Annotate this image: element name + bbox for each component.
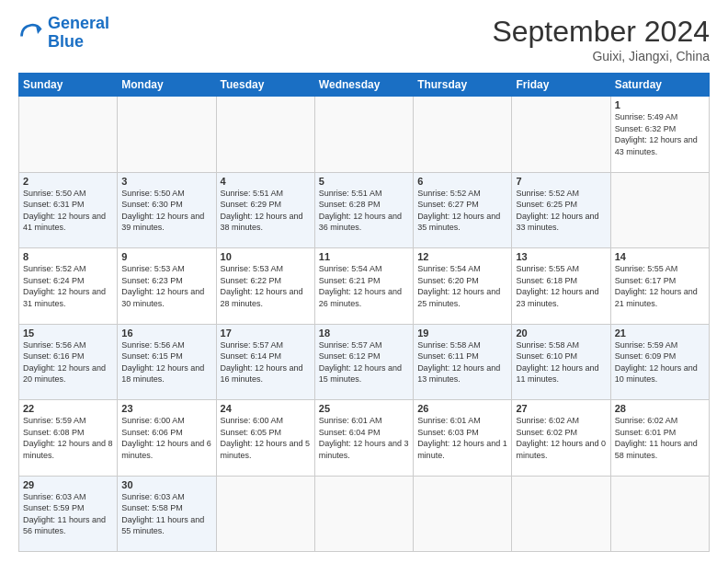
day-info: Sunrise: 6:02 AMSunset: 6:02 PMDaylight:… [516, 416, 606, 460]
logo-text: General Blue [48, 15, 109, 52]
empty-cell [19, 97, 118, 173]
calendar-table: SundayMondayTuesdayWednesdayThursdayFrid… [18, 73, 710, 552]
day-num: 24 [221, 403, 311, 414]
day-cell-16: 16Sunrise: 5:56 AMSunset: 6:15 PMDayligh… [118, 324, 216, 400]
day-info: Sunrise: 6:02 AMSunset: 6:01 PMDaylight:… [615, 416, 698, 460]
day-num: 14 [615, 251, 705, 262]
day-num: 22 [23, 403, 113, 414]
col-header-monday: Monday [118, 74, 216, 97]
day-info: Sunrise: 6:03 AMSunset: 5:58 PMDaylight:… [121, 492, 204, 536]
day-cell-11: 11Sunrise: 5:54 AMSunset: 6:21 PMDayligh… [314, 248, 413, 325]
day-cell-13: 13Sunrise: 5:55 AMSunset: 6:18 PMDayligh… [512, 248, 610, 325]
day-cell-8: 8Sunrise: 5:52 AMSunset: 6:24 PMDaylight… [19, 248, 118, 325]
day-cell-28: 28Sunrise: 6:02 AMSunset: 6:01 PMDayligh… [610, 400, 709, 477]
day-num: 18 [319, 327, 409, 339]
day-num: 26 [417, 403, 507, 414]
empty-cell [414, 97, 512, 173]
day-cell-25: 25Sunrise: 6:01 AMSunset: 6:04 PMDayligh… [314, 400, 413, 477]
day-num: 19 [417, 327, 507, 339]
day-cell-10: 10Sunrise: 5:53 AMSunset: 6:22 PMDayligh… [216, 248, 314, 325]
day-num: 17 [221, 327, 311, 339]
day-num: 4 [221, 176, 311, 187]
day-num: 6 [417, 176, 507, 187]
day-info: Sunrise: 5:57 AMSunset: 6:12 PMDaylight:… [319, 340, 402, 385]
day-cell-15: 15Sunrise: 5:56 AMSunset: 6:16 PMDayligh… [19, 324, 118, 400]
day-num: 9 [121, 251, 211, 262]
logo-blue: Blue [48, 32, 84, 51]
day-cell-2: 2Sunrise: 5:50 AMSunset: 6:31 PMDaylight… [19, 172, 118, 248]
day-cell-1: 1Sunrise: 5:49 AMSunset: 6:32 PMDaylight… [610, 97, 709, 173]
day-info: Sunrise: 5:52 AMSunset: 6:27 PMDaylight:… [417, 189, 500, 233]
day-cell-9: 9Sunrise: 5:53 AMSunset: 6:23 PMDaylight… [118, 248, 216, 325]
empty-cell [512, 476, 610, 552]
day-cell-22: 22Sunrise: 5:59 AMSunset: 6:08 PMDayligh… [19, 400, 118, 477]
empty-cell [216, 97, 314, 173]
day-num: 15 [23, 327, 113, 339]
day-cell-4: 4Sunrise: 5:51 AMSunset: 6:29 PMDaylight… [216, 172, 314, 248]
col-header-tuesday: Tuesday [216, 74, 314, 97]
day-info: Sunrise: 5:54 AMSunset: 6:21 PMDaylight:… [319, 264, 402, 308]
empty-cell [512, 97, 610, 173]
day-num: 1 [615, 99, 705, 110]
day-info: Sunrise: 6:01 AMSunset: 6:03 PMDaylight:… [417, 416, 507, 460]
day-info: Sunrise: 5:54 AMSunset: 6:20 PMDaylight:… [417, 264, 500, 308]
empty-cell [216, 476, 314, 552]
col-header-thursday: Thursday [414, 74, 512, 97]
logo-icon [18, 20, 44, 46]
day-cell-5: 5Sunrise: 5:51 AMSunset: 6:28 PMDaylight… [314, 172, 413, 248]
day-cell-17: 17Sunrise: 5:57 AMSunset: 6:14 PMDayligh… [216, 324, 314, 400]
day-num: 2 [23, 176, 113, 187]
day-num: 11 [319, 251, 409, 262]
day-info: Sunrise: 5:59 AMSunset: 6:09 PMDaylight:… [615, 340, 698, 385]
day-info: Sunrise: 5:58 AMSunset: 6:11 PMDaylight:… [417, 340, 500, 385]
empty-cell [610, 172, 709, 248]
location-subtitle: Guixi, Jiangxi, China [492, 49, 710, 63]
col-header-saturday: Saturday [610, 74, 709, 97]
day-num: 13 [516, 251, 606, 262]
page: General Blue September 2024 Guixi, Jiang… [0, 0, 728, 563]
day-num: 20 [516, 327, 606, 339]
day-num: 8 [23, 251, 113, 262]
day-info: Sunrise: 5:55 AMSunset: 6:17 PMDaylight:… [615, 264, 698, 308]
day-cell-26: 26Sunrise: 6:01 AMSunset: 6:03 PMDayligh… [414, 400, 512, 477]
day-num: 5 [319, 176, 409, 187]
day-info: Sunrise: 5:53 AMSunset: 6:22 PMDaylight:… [221, 264, 303, 308]
day-info: Sunrise: 5:56 AMSunset: 6:15 PMDaylight:… [121, 340, 204, 385]
empty-cell [414, 476, 512, 552]
day-info: Sunrise: 5:51 AMSunset: 6:29 PMDaylight:… [221, 189, 303, 233]
day-cell-3: 3Sunrise: 5:50 AMSunset: 6:30 PMDaylight… [118, 172, 216, 248]
day-info: Sunrise: 5:50 AMSunset: 6:30 PMDaylight:… [121, 189, 204, 233]
day-cell-24: 24Sunrise: 6:00 AMSunset: 6:05 PMDayligh… [216, 400, 314, 477]
day-cell-20: 20Sunrise: 5:58 AMSunset: 6:10 PMDayligh… [512, 324, 610, 400]
day-cell-7: 7Sunrise: 5:52 AMSunset: 6:25 PMDaylight… [512, 172, 610, 248]
day-info: Sunrise: 5:52 AMSunset: 6:24 PMDaylight:… [23, 264, 106, 308]
empty-cell [314, 97, 413, 173]
day-cell-12: 12Sunrise: 5:54 AMSunset: 6:20 PMDayligh… [414, 248, 512, 325]
day-num: 25 [319, 403, 409, 414]
day-cell-19: 19Sunrise: 5:58 AMSunset: 6:11 PMDayligh… [414, 324, 512, 400]
day-num: 28 [615, 403, 705, 414]
day-num: 7 [516, 176, 606, 187]
col-header-friday: Friday [512, 74, 610, 97]
day-cell-6: 6Sunrise: 5:52 AMSunset: 6:27 PMDaylight… [414, 172, 512, 248]
day-num: 12 [417, 251, 507, 262]
day-info: Sunrise: 5:52 AMSunset: 6:25 PMDaylight:… [516, 189, 598, 233]
day-info: Sunrise: 5:59 AMSunset: 6:08 PMDaylight:… [23, 416, 113, 460]
day-cell-18: 18Sunrise: 5:57 AMSunset: 6:12 PMDayligh… [314, 324, 413, 400]
day-num: 23 [121, 403, 211, 414]
day-info: Sunrise: 5:51 AMSunset: 6:28 PMDaylight:… [319, 189, 402, 233]
day-info: Sunrise: 5:50 AMSunset: 6:31 PMDaylight:… [23, 189, 106, 233]
day-cell-23: 23Sunrise: 6:00 AMSunset: 6:06 PMDayligh… [118, 400, 216, 477]
day-info: Sunrise: 5:56 AMSunset: 6:16 PMDaylight:… [23, 340, 106, 385]
day-num: 30 [121, 479, 211, 490]
empty-cell [118, 97, 216, 173]
day-info: Sunrise: 6:03 AMSunset: 5:59 PMDaylight:… [23, 492, 106, 536]
col-header-wednesday: Wednesday [314, 74, 413, 97]
title-block: September 2024 Guixi, Jiangxi, China [492, 15, 710, 63]
day-num: 10 [221, 251, 311, 262]
month-title: September 2024 [492, 15, 710, 49]
day-cell-29: 29Sunrise: 6:03 AMSunset: 5:59 PMDayligh… [19, 476, 118, 552]
logo: General Blue [18, 15, 109, 52]
day-num: 29 [23, 479, 113, 490]
col-header-sunday: Sunday [19, 74, 118, 97]
